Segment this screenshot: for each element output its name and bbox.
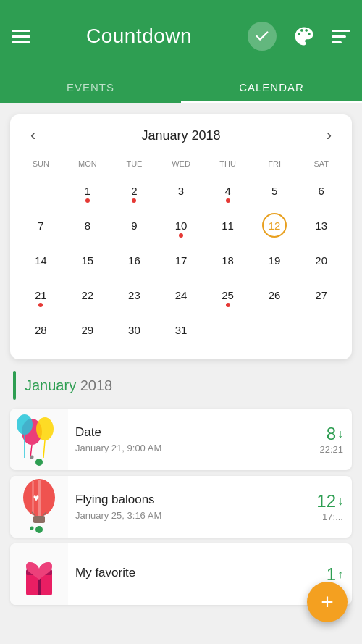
day-number: 20 xyxy=(309,248,334,272)
app-header: Countdown xyxy=(0,0,362,72)
event-name: Flying baloons xyxy=(75,493,300,507)
event-thumbnail xyxy=(10,409,68,470)
calendar-day[interactable]: 18 xyxy=(204,243,251,277)
calendar-day[interactable]: 24 xyxy=(158,278,205,311)
calendar-day[interactable]: 31 xyxy=(158,313,205,346)
tab-events[interactable]: EVENTS xyxy=(0,72,181,103)
calendar-day[interactable]: 7 xyxy=(17,209,64,242)
calendar-day[interactable]: 17 xyxy=(158,243,205,277)
check-button[interactable] xyxy=(248,22,277,51)
event-countdown: 12↓ 17:... xyxy=(308,491,352,522)
event-thumbnail xyxy=(10,543,68,605)
day-number: 12 xyxy=(262,213,287,238)
header-actions xyxy=(248,22,350,51)
svg-line-3 xyxy=(43,440,45,458)
calendar-day[interactable]: 21 xyxy=(17,278,64,311)
calendar-day[interactable]: 10 xyxy=(158,209,205,242)
event-dot-indicator xyxy=(132,198,136,203)
section-date-text: January 2018 xyxy=(25,377,112,394)
calendar-day[interactable]: 28 xyxy=(17,313,64,346)
calendar-day[interactable]: 1 xyxy=(64,174,111,207)
event-item-date-event[interactable]: Date January 21, 9:00 AM 8↓ 22:21 xyxy=(10,409,352,470)
day-number: 17 xyxy=(169,248,193,272)
calendar-day-empty xyxy=(17,174,64,207)
calendar-day[interactable]: 4 xyxy=(204,174,251,207)
event-item-my-favorite[interactable]: My favorite 1↑ xyxy=(10,543,352,605)
calendar-day[interactable]: 12 xyxy=(251,209,298,242)
day-number: 8 xyxy=(75,213,100,238)
calendar-day[interactable]: 16 xyxy=(111,243,158,277)
event-days-count: 12↓ xyxy=(316,491,343,511)
day-number: 13 xyxy=(309,213,334,238)
event-info: Flying baloons January 25, 3:16 AM xyxy=(68,484,308,530)
event-active-dot xyxy=(35,459,43,466)
event-countdown: 1↑ xyxy=(318,564,352,585)
add-event-fab[interactable]: + xyxy=(307,582,348,622)
calendar-day[interactable]: 5 xyxy=(251,174,298,207)
calendar-day[interactable]: 8 xyxy=(64,209,111,242)
event-thumbnail: ♥ xyxy=(10,476,68,538)
palette-button[interactable] xyxy=(291,23,317,49)
svg-point-6 xyxy=(30,456,34,459)
event-dot-indicator xyxy=(38,303,43,307)
weekday-label: SUN xyxy=(17,156,64,171)
day-number: 9 xyxy=(122,213,146,238)
calendar-day[interactable]: 14 xyxy=(17,243,64,277)
date-line-indicator xyxy=(13,371,16,400)
calendar-day[interactable]: 22 xyxy=(64,278,111,311)
day-number: 18 xyxy=(216,248,240,272)
day-number: 11 xyxy=(216,213,240,238)
calendar-day[interactable]: 26 xyxy=(251,278,298,311)
day-number: 14 xyxy=(28,248,53,272)
weekday-label: SAT xyxy=(298,156,345,171)
event-item-flying-balloons[interactable]: ♥ Flying baloons January 25, 3:16 AM 12↓… xyxy=(10,476,352,538)
menu-button[interactable] xyxy=(12,30,30,43)
calendar-day[interactable]: 25 xyxy=(204,278,251,311)
tab-bar: EVENTS CALENDAR xyxy=(0,72,362,103)
day-number: 29 xyxy=(75,317,100,342)
event-countdown: 8↓ 22:21 xyxy=(311,424,352,455)
calendar-day[interactable]: 23 xyxy=(111,278,158,311)
day-number: 16 xyxy=(122,248,146,272)
calendar-day[interactable]: 11 xyxy=(204,209,251,242)
day-number xyxy=(28,178,53,203)
day-number: 26 xyxy=(262,283,287,307)
calendar-day[interactable]: 9 xyxy=(111,209,158,242)
calendar-day[interactable]: 30 xyxy=(111,313,158,346)
event-name: Date xyxy=(75,425,303,440)
event-info: Date January 21, 9:00 AM xyxy=(68,417,311,462)
tab-calendar[interactable]: CALENDAR xyxy=(181,72,362,103)
day-number: 23 xyxy=(122,283,146,307)
day-number: 3 xyxy=(169,178,193,203)
next-month-button[interactable]: › xyxy=(321,125,337,146)
calendar-day[interactable]: 2 xyxy=(111,174,158,207)
day-number: 22 xyxy=(75,283,100,307)
calendar-day[interactable]: 27 xyxy=(298,278,345,311)
day-number: 24 xyxy=(169,283,193,307)
calendar-weekdays: SUNMONTUEWEDTHUFRISAT xyxy=(17,156,345,171)
events-list: Date January 21, 9:00 AM 8↓ 22:21 ♥ Flyi… xyxy=(10,409,352,605)
event-dot-indicator xyxy=(85,198,90,203)
day-number: 19 xyxy=(262,248,287,272)
weekday-label: FRI xyxy=(251,156,298,171)
direction-arrow: ↓ xyxy=(337,495,343,508)
calendar-day[interactable]: 13 xyxy=(298,209,345,242)
calendar-day[interactable]: 3 xyxy=(158,174,205,207)
sort-button[interactable] xyxy=(332,30,350,43)
days-number: 8 xyxy=(327,424,336,444)
calendar-day[interactable]: 6 xyxy=(298,174,345,207)
prev-month-button[interactable]: ‹ xyxy=(25,125,41,146)
calendar-day[interactable]: 19 xyxy=(251,243,298,277)
svg-rect-10 xyxy=(33,516,45,523)
event-name: My favorite xyxy=(75,566,311,580)
day-number: 27 xyxy=(309,283,334,307)
weekday-label: MON xyxy=(64,156,111,171)
event-dot-indicator xyxy=(226,198,230,203)
svg-point-4 xyxy=(17,414,33,435)
event-dot-indicator xyxy=(179,233,183,238)
calendar-day[interactable]: 15 xyxy=(64,243,111,277)
calendar-day[interactable]: 20 xyxy=(298,243,345,277)
weekday-label: THU xyxy=(204,156,251,171)
day-number: 5 xyxy=(262,178,287,203)
calendar-day[interactable]: 29 xyxy=(64,313,111,346)
